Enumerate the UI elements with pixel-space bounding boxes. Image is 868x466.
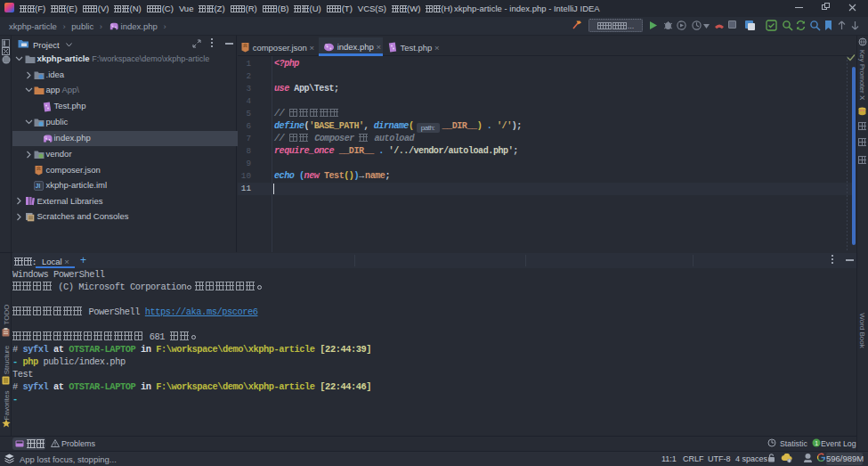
svg-text:JI: JI bbox=[36, 183, 41, 189]
svg-text:1: 1 bbox=[815, 440, 818, 446]
